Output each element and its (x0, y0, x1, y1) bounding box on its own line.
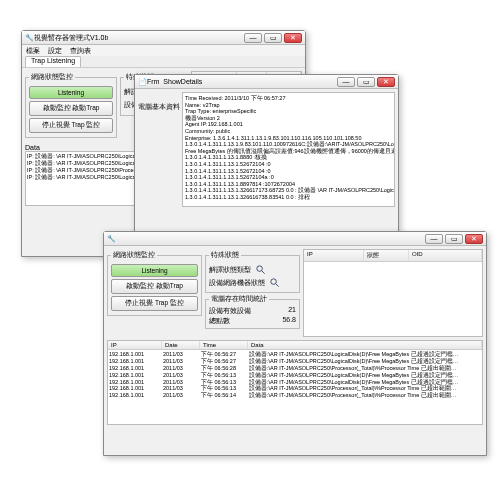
maximize-button[interactable]: ▭ (445, 234, 463, 244)
detail-line: 1.3.0.1.4.1.311.1.13.1.326616738.83541 0… (185, 194, 392, 201)
window-title: 視覺暫存器管理式V1.0b (34, 33, 244, 43)
detail-line: 1.3.0.1.4.1.311.1.13.1.8880 :核換 (185, 154, 392, 161)
event-table[interactable]: IP Date Time Data 192.168.1.0012011/03下午… (107, 340, 483, 425)
stat-label: 總點數 (209, 316, 282, 326)
titlebar[interactable]: 🔧 視覺暫存器管理式V1.0b — ▭ ✕ (22, 31, 305, 45)
col-status[interactable]: 狀態 (364, 250, 409, 261)
table-row[interactable]: 192.168.1.0012011/03下午 06:56:27設備器:\AR I… (109, 358, 481, 365)
close-button[interactable]: ✕ (284, 33, 302, 43)
app-icon: 🔧 (25, 34, 34, 42)
group-title: 特殊狀態 (209, 251, 241, 260)
detail-line: 1.3.0.1.4.1.311.1.13.1.52672104a :0 (185, 174, 392, 181)
col-ip[interactable]: IP (304, 250, 364, 261)
col-ip[interactable]: IP (108, 341, 162, 349)
table-row[interactable]: 192.168.1.0012011/03下午 06:56:27設備器:\AR I… (109, 351, 481, 358)
group-stats: 電腦存在時間統計 設備有效設備21 總點數56.8 (205, 295, 300, 329)
tab-trap-listening[interactable]: Trap Listening (25, 56, 81, 67)
minimize-button[interactable]: — (337, 77, 355, 87)
search-icon[interactable] (255, 264, 266, 275)
listen-button[interactable]: Listening (111, 264, 198, 277)
menu-file[interactable]: 檔案 (26, 46, 40, 56)
table-row[interactable]: 192.168.1.0012011/03下午 06:56:14設備器:\AR I… (109, 392, 481, 399)
titlebar[interactable]: 🔧 — ▭ ✕ (104, 232, 486, 246)
sub-label: 設備網路機器狀態 (209, 278, 265, 288)
start-trap-button[interactable]: 啟動監控 啟動Trap (29, 101, 113, 116)
menu-query[interactable]: 查詢表 (70, 46, 91, 56)
detail-textbox[interactable]: Time Received: 2011/3/10 下午 06:57:27Name… (182, 92, 395, 207)
detail-line: 機器Version 2 (185, 115, 392, 122)
close-button[interactable]: ✕ (465, 234, 483, 244)
menubar: 檔案 設定 查詢表 (22, 45, 305, 56)
detail-line: 1.3.0.1.4.1.311.1.13.1.52672104 :0 (185, 168, 392, 175)
stop-trap-button[interactable]: 停止視覺 Trap 監控 (111, 296, 198, 311)
detail-line: Enterprise: 1.3.6.1.4.1.311.1.13.1.9.83.… (185, 135, 392, 142)
detail-line: Community: public (185, 128, 392, 135)
detail-line: 1.3.0.1.4.1.311.1.13.1.326617173.68725 0… (185, 187, 392, 194)
col-date[interactable]: Date (162, 341, 200, 349)
app-icon: 📄 (138, 78, 147, 86)
ip-status-list[interactable]: IP 狀態 OID (303, 249, 483, 337)
titlebar[interactable]: 📄 Frm_ShowDetails — ▭ ✕ (135, 75, 398, 89)
search-icon[interactable] (269, 277, 280, 288)
start-trap-button[interactable]: 啟動監控 啟動Trap (111, 279, 198, 294)
minimize-button[interactable]: — (425, 234, 443, 244)
sub-label: 解譯狀態類型 (209, 265, 251, 275)
stat-label: 設備有效設備 (209, 306, 288, 316)
col-time[interactable]: Time (200, 341, 248, 349)
col-oid[interactable]: OID (409, 250, 482, 261)
window-trap-manager-large: 🔧 — ▭ ✕ 網路狀態監控 Listening 啟動監控 啟動Trap 停止視… (103, 231, 487, 456)
stat-value: 21 (288, 306, 296, 316)
table-row[interactable]: 192.168.1.0012011/03下午 06:56:13設備器:\AR I… (109, 379, 481, 386)
table-row[interactable]: 192.168.1.0012011/03下午 06:56:13設備器:\AR I… (109, 372, 481, 379)
detail-line: 1.3.0.1.4.1.311.1.13.1.8897814 :10726720… (185, 181, 392, 188)
close-button[interactable]: ✕ (377, 77, 395, 87)
group-special-status: 特殊狀態 解譯狀態類型 設備網路機器狀態 (205, 251, 300, 293)
detail-line: 1.3.0.1.4.1.311.1.13.1.9.83.101.110.1009… (185, 141, 392, 148)
detail-line: Trap Type: enterpriseSpecific (185, 108, 392, 115)
group-title: 網路狀態監控 (111, 251, 157, 260)
stats-title: 電腦存在時間統計 (209, 295, 269, 304)
table-row[interactable]: 192.168.1.0012011/03下午 06:56:13設備器:\AR I… (109, 385, 481, 392)
maximize-button[interactable]: ▭ (357, 77, 375, 87)
group-title: 網路狀態監控 (29, 73, 75, 82)
maximize-button[interactable]: ▭ (264, 33, 282, 43)
svg-line-3 (276, 284, 279, 287)
detail-line: Name: v2Trap (185, 102, 392, 109)
detail-line: Free MegaBytes 的傳訊值溢限偏高誤差值:946設備機態值通傳，96… (185, 148, 392, 155)
group-network-monitor: 網路狀態監控 Listening 啟動監控 啟動Trap 停止視覺 Trap 監… (107, 251, 202, 316)
detail-line: Agent IP:192.168.1.001 (185, 121, 392, 128)
menu-settings[interactable]: 設定 (48, 46, 62, 56)
listen-button[interactable]: Listening (29, 86, 113, 99)
svg-line-1 (262, 271, 265, 274)
tab-row: Trap Listening (22, 56, 305, 68)
stat-value: 56.8 (282, 316, 296, 326)
detail-line: Time Received: 2011/3/10 下午 06:57:27 (185, 95, 392, 102)
detail-line: 1.3.0.1.4.1.311.1.13.1.52672104 :0 (185, 161, 392, 168)
window-title: Frm_ShowDetails (147, 78, 337, 85)
minimize-button[interactable]: — (244, 33, 262, 43)
svg-point-0 (257, 266, 263, 272)
col-data[interactable]: Data (248, 341, 482, 349)
table-row[interactable]: 192.168.1.0012011/03下午 06:56:28設備器:\AR I… (109, 365, 481, 372)
app-icon: 🔧 (107, 235, 116, 243)
svg-point-2 (271, 279, 277, 285)
window-show-details: 📄 Frm_ShowDetails — ▭ ✕ 電腦基本資料 Time Rece… (134, 74, 399, 234)
stop-trap-button[interactable]: 停止視覺 Trap 監控 (29, 118, 113, 133)
detail-side-label: 電腦基本資料 (138, 92, 182, 229)
group-network-monitor: 網路狀態監控 Listening 啟動監控 啟動Trap 停止視覺 Trap 監… (25, 73, 117, 138)
